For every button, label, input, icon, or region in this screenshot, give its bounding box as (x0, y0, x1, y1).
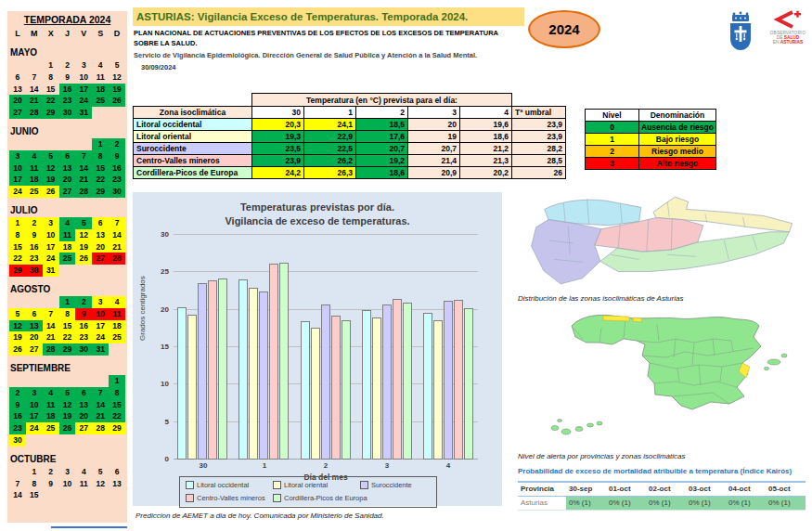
table-row: Temperatura (en °C) prevista para el día… (134, 94, 566, 107)
calendar-day: 21 (109, 241, 125, 253)
forecast-value-cell: 23,5 (252, 143, 304, 155)
bar-litoral-occidental (423, 313, 432, 460)
asturias-zones-map (516, 188, 800, 296)
nivel-header-cell: Nivel (586, 110, 639, 122)
nivel-label-cell: Riesgo medio (639, 146, 716, 158)
legend-label: Suroccidente (371, 481, 412, 489)
calendar-day: 3 (9, 150, 26, 162)
calendar-day: 22 (9, 253, 26, 265)
report-date: 30/09/2024 (141, 63, 533, 71)
legend-label: Litoral occidental (197, 481, 249, 489)
empty-day-cell (9, 375, 26, 387)
bar-group-day-3 (362, 299, 413, 460)
calendar-day: 10 (92, 308, 109, 320)
bar-suroccidente (198, 283, 207, 460)
umbral-value-cell: 23,9 (512, 131, 566, 143)
calendar-day: 11 (26, 162, 43, 175)
empty-day-cell (43, 375, 59, 387)
chart-y-axis-label: Grados centigrados (138, 276, 147, 341)
kairos-table: Provincia30-sep01-oct02-oct03-oct04-oct0… (518, 481, 806, 511)
umbral-value-cell: 26 (512, 167, 566, 179)
legend-swatch (273, 481, 281, 489)
chart-title: Temperaturas previstas por día. Vigilanc… (133, 201, 502, 228)
calendar-day: 2 (43, 466, 59, 478)
kairos-value-cell: 0% (1) (766, 496, 806, 510)
calendar-day: 25 (59, 253, 76, 265)
aemet-footnote: Prediccion de AEMET a dia de hoy. Comuni… (135, 512, 384, 520)
zone-data-row: Cordillera-Picos de Europa24,226,318,620… (134, 167, 566, 179)
calendar-day: 21 (75, 174, 92, 186)
calendar-day: 15 (109, 399, 125, 411)
month-label-octubre: OCTUBRE (10, 454, 125, 465)
bar-litoral-oriental (249, 288, 258, 460)
bar-cordillera-picos-de-europa (279, 263, 289, 460)
bar-cordillera-picos-de-europa (464, 308, 473, 460)
zone-name-cell: Centro-Valles mineros (134, 155, 252, 167)
calendar-day: 8 (92, 150, 109, 162)
empty-day-cell (9, 138, 26, 150)
nivel-header-cell: Denominación (639, 110, 716, 122)
calendar-day: 10 (9, 162, 26, 175)
spain-alert-map (546, 305, 810, 450)
calendar-day: 11 (92, 71, 109, 84)
calendar-day: 14 (92, 399, 109, 411)
calendar-day: 26 (59, 422, 76, 434)
calendar-day: 31 (92, 343, 109, 356)
legend-label: Cordillera-Picos de Europa (284, 494, 367, 502)
chart-y-tick-label: 15 (150, 343, 169, 351)
calendar-day: 12 (9, 320, 26, 332)
legend-item: Suroccidente (360, 481, 434, 489)
calendar-day: 12 (43, 162, 59, 175)
calendar-day: 10 (43, 229, 59, 241)
bar-suroccidente (259, 291, 268, 460)
calendar-day: 25 (109, 331, 125, 343)
calendar-day: 2 (26, 217, 43, 229)
forecast-value-cell: 20,2 (460, 167, 512, 179)
nivel-label-cell: Bajo riesgo (639, 134, 716, 146)
calendar-day: 28 (92, 422, 109, 434)
chart-bars (174, 235, 478, 460)
calendar-day: 11 (43, 399, 59, 411)
nivel-number-cell: 3 (586, 158, 639, 170)
bar-cordillera-picos-de-europa (342, 320, 351, 460)
empty-day-cell (59, 375, 76, 387)
umbral-value-cell: 28,2 (512, 143, 566, 155)
calendar-day: 14 (75, 162, 92, 175)
kairos-header-cell: 02-oct (646, 482, 686, 496)
calendar-day: 2 (109, 138, 125, 150)
calendar-day: 6 (59, 150, 76, 162)
chart-y-tick-label: 20 (150, 305, 169, 314)
bar-suroccidente (382, 304, 392, 460)
month-grid: 1234567891011121314151617181920212223242… (9, 217, 125, 277)
bar-centro-valles-mineros (454, 300, 463, 460)
umbral-value-cell: 28,5 (512, 155, 566, 167)
calendar-day: 29 (92, 186, 109, 198)
calendar-title: TEMPORADA 2024 (9, 14, 125, 28)
calendar-day: 20 (26, 331, 43, 343)
calendar-day: 12 (109, 71, 125, 84)
nivel-row: 1Bajo riesgo (586, 134, 716, 146)
weekday-label: X (43, 28, 59, 40)
calendar-day: 21 (92, 410, 109, 422)
calendar-day: 3 (92, 296, 109, 308)
calendar-day: 18 (92, 84, 109, 96)
nivel-number-cell: 1 (586, 134, 639, 146)
calendar-day: 12 (59, 399, 76, 411)
calendar-day: 19 (43, 174, 59, 186)
calendar-day: 1 (109, 375, 125, 387)
calendar-day: 13 (9, 84, 26, 96)
nivel-number-cell: 2 (586, 146, 639, 158)
bar-suroccidente (444, 301, 453, 460)
calendar-day: 19 (109, 84, 125, 96)
calendar-day: 20 (59, 174, 76, 186)
calendar-day: 16 (59, 84, 76, 96)
chart-y-tick-label: 30 (150, 230, 169, 239)
empty-day-cell (59, 138, 76, 150)
legend-swatch (360, 481, 368, 489)
risk-level-table: NivelDenominación0Ausencia de riesgo1Baj… (585, 109, 716, 170)
weekday-label: L (9, 28, 26, 40)
calendar-day: 2 (75, 296, 92, 308)
calendar-day: 4 (109, 296, 125, 308)
calendar-day: 7 (9, 478, 26, 490)
empty-cell (134, 94, 252, 107)
